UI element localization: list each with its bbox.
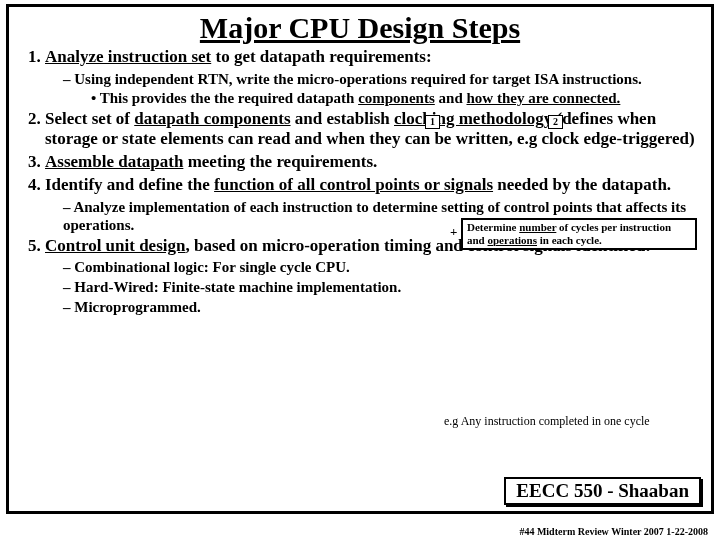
step-1-key: Analyze instruction set [45, 47, 211, 66]
main-list: Analyze instruction set to get datapath … [19, 47, 701, 316]
step-1-post: to get datapath requirements: [211, 47, 431, 66]
callout-eg-single-cycle: e.g Any instruction completed in one cyc… [444, 414, 650, 429]
slide-title: Major CPU Design Steps [19, 11, 701, 45]
slide-frame: Major CPU Design Steps Analyze instructi… [6, 4, 714, 514]
step-1-sub1: Using independent RTN, write the micro-o… [63, 70, 701, 107]
plus-symbol: + [450, 224, 457, 240]
step-1: Analyze instruction set to get datapath … [45, 47, 701, 107]
step-5-sub3: Microprogrammed. [63, 298, 701, 316]
step-2: Select set of datapath components and es… [45, 109, 701, 150]
step-1-sub1-bullet: This provides the the required datapath … [91, 89, 701, 107]
slide-footer: #44 Midterm Review Winter 2007 1-22-2008 [519, 526, 708, 537]
callout-num-2: 2 [548, 115, 563, 129]
course-badge: EECC 550 - Shaaban [504, 477, 701, 505]
step-3: Assemble datapath meeting the requiremen… [45, 152, 701, 173]
callout-num-1: 1 [425, 115, 440, 129]
callout-determine-cycles: Determine number of cycles per instructi… [461, 218, 697, 250]
step-5-sub2: Hard-Wired: Finite-state machine impleme… [63, 278, 701, 296]
step-5-sub1: Combinational logic: For single cycle CP… [63, 258, 701, 276]
